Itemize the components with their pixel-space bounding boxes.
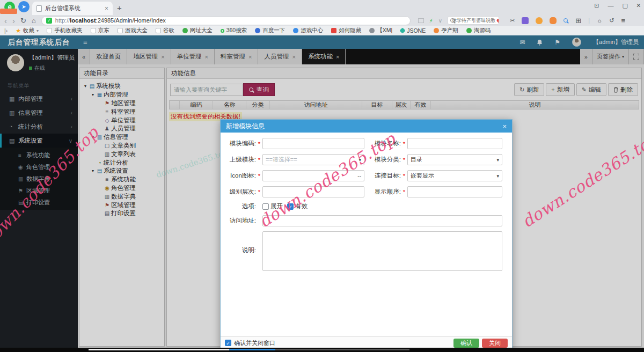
- browser-tab[interactable]: 后台管理系统 ×: [32, 2, 113, 15]
- browser-tab-title: 后台管理系统: [45, 4, 80, 12]
- display-order-input[interactable]: [407, 186, 502, 197]
- field-label: 级别层次:: [224, 188, 256, 196]
- bookmark-item[interactable]: 360搜索: [221, 27, 247, 34]
- security-shield-icon[interactable]: ✓: [46, 18, 52, 24]
- bookmark-favicon: [331, 28, 336, 33]
- field-label: 选项:: [224, 202, 256, 210]
- bookmark-item[interactable]: 百度一下: [255, 27, 285, 34]
- dialog-header[interactable]: 新增模块信息 ×: [221, 120, 512, 133]
- module-category-select[interactable]: 目录▾: [407, 154, 502, 165]
- dialog-footer: ✓ 确认并关闭窗口 确认 关闭: [221, 336, 512, 349]
- browser-search-box[interactable]: 休学待产引婆味说教 热搜: [448, 16, 499, 25]
- link-target-select[interactable]: 嵌套显示▾: [407, 170, 502, 181]
- bookmark-favicon: [293, 28, 298, 33]
- navigator-icon[interactable]: ➤: [18, 1, 30, 12]
- browse-icon-button[interactable]: --: [357, 173, 361, 179]
- field-label: 上级模块:: [224, 156, 256, 164]
- new-tab-button[interactable]: +: [117, 3, 122, 12]
- bookmark-favicon: [434, 28, 439, 33]
- forward-icon[interactable]: ›: [12, 17, 15, 25]
- bookmark-item[interactable]: 【XM|: [369, 27, 392, 34]
- clip-icon[interactable]: ✂: [510, 17, 515, 24]
- bookmark-favicon: [221, 29, 224, 33]
- tab-close-icon[interactable]: ×: [105, 5, 108, 12]
- home-icon[interactable]: ⌂: [32, 17, 36, 24]
- dialog-close-icon[interactable]: ×: [502, 122, 507, 130]
- bookmarks-collapse-icon[interactable]: |›: [4, 27, 8, 34]
- bookmark-favicon: [47, 28, 52, 33]
- caret-down-icon: ▾: [358, 157, 361, 163]
- bookmark-item[interactable]: 孕产期: [434, 27, 458, 34]
- bookmark-item[interactable]: 手机收藏夹: [47, 27, 83, 34]
- extension-purple-icon[interactable]: [522, 17, 529, 24]
- browser-chrome: e ➤ 后台管理系统 × + ⊡ — ▢ × ‹ › ↻ ⌂ ✓ http://…: [0, 0, 644, 35]
- page-icon: [36, 5, 42, 12]
- bookmark-item[interactable]: 京东: [91, 27, 109, 34]
- image-blocked-icon[interactable]: [418, 18, 424, 23]
- bookmark-favicon: [182, 28, 188, 33]
- icon-input[interactable]: --: [262, 170, 364, 181]
- field-label: 显示顺序:: [368, 188, 401, 196]
- progress-segment: [229, 349, 275, 350]
- progress-segment: [275, 349, 409, 350]
- bookmark-favicon: [399, 27, 405, 33]
- flame-icon: [496, 18, 500, 23]
- confirm-close-checkbox[interactable]: ✓: [225, 340, 231, 346]
- bookmark-favicon: [369, 28, 375, 33]
- bottom-bar: [0, 348, 644, 352]
- url-input[interactable]: ✓ http://localhost:24985/Admin/Home/Inde…: [41, 16, 411, 25]
- shield-orange-icon[interactable]: [536, 17, 543, 24]
- module-code-input[interactable]: [262, 138, 364, 149]
- bookmark-favicon: [118, 28, 123, 33]
- speed-mode-icon[interactable]: ⚡: [429, 18, 433, 24]
- bookmark-item[interactable]: 如何隐藏: [331, 27, 361, 34]
- field-label: 模块编码:: [224, 140, 256, 148]
- module-name-input[interactable]: [407, 138, 502, 149]
- close-button[interactable]: 关闭: [482, 339, 508, 348]
- bookmark-item[interactable]: 淘源码: [466, 27, 491, 34]
- bookmark-item[interactable]: 谷歌: [156, 27, 174, 34]
- bookmark-item[interactable]: ★收藏▾: [16, 27, 39, 34]
- valid-checkbox[interactable]: ✓: [287, 203, 294, 210]
- bookmark-item[interactable]: 游戏大全: [118, 27, 148, 34]
- parent-module-select[interactable]: ==请选择==▾: [262, 154, 364, 165]
- bookmark-favicon: [255, 28, 260, 33]
- expand-option[interactable]: 展开: [262, 202, 283, 210]
- bookmark-favicon: [466, 28, 472, 33]
- browser-menu-icon[interactable]: ≡: [621, 17, 625, 25]
- back-icon[interactable]: ‹: [4, 17, 7, 25]
- field-label: 连接目标:: [368, 172, 401, 180]
- description-textarea[interactable]: [262, 231, 502, 271]
- bookmark-item[interactable]: JSONE: [400, 27, 426, 34]
- gamepad-icon[interactable]: [550, 17, 557, 24]
- history-undo-icon[interactable]: ↺: [609, 17, 614, 24]
- progress-segment: [89, 349, 229, 350]
- zoom-search-icon[interactable]: [564, 18, 568, 23]
- star-icon: ★: [16, 27, 21, 34]
- field-label: 模块名称:: [368, 140, 401, 148]
- bookmark-item[interactable]: 网址大全: [182, 27, 213, 34]
- expand-checkbox[interactable]: [262, 203, 269, 210]
- reload-icon[interactable]: ↻: [20, 17, 26, 24]
- field-label: 模块分类:: [368, 156, 401, 164]
- theme-icon[interactable]: ☼: [597, 17, 602, 24]
- url-dropdown-icon[interactable]: ∨: [438, 18, 442, 24]
- access-url-input[interactable]: [262, 215, 502, 226]
- level-input[interactable]: [262, 186, 364, 197]
- field-label: Icon图标:: [224, 172, 256, 180]
- minimize-button[interactable]: —: [608, 2, 613, 9]
- dialog-title: 新增模块信息: [226, 122, 265, 131]
- maximize-button[interactable]: ▢: [622, 2, 627, 9]
- caret-down-icon: ▾: [496, 173, 499, 179]
- bookmark-item[interactable]: 游戏中心: [293, 27, 323, 34]
- close-window-button[interactable]: ×: [636, 1, 641, 10]
- confirm-button[interactable]: 确认: [453, 339, 479, 348]
- address-bar: ‹ › ↻ ⌂ ✓ http://localhost:24985/Admin/H…: [0, 15, 644, 26]
- apps-grid-icon[interactable]: ⊞: [575, 17, 581, 25]
- add-module-dialog: 新增模块信息 × 模块编码:* 模块名称:* 上级模块:* ==请选择==▾ 模…: [220, 119, 513, 349]
- valid-option[interactable]: ✓有效: [287, 202, 308, 210]
- bookmarks-bar: |› ★收藏▾ 手机收藏夹 京东 游戏大全 谷歌 网址大全 360搜索 百度一下…: [0, 26, 644, 35]
- account-badge[interactable]: [0, 9, 17, 14]
- field-label: 说明:: [224, 246, 256, 254]
- tab-stack-icon[interactable]: ⊡: [594, 2, 599, 9]
